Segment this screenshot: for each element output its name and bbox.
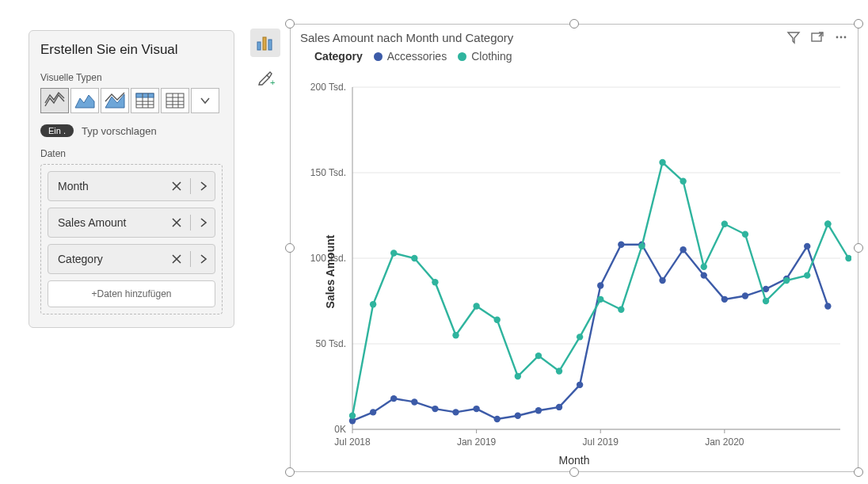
svg-text:200 Tsd.: 200 Tsd. xyxy=(310,82,346,93)
svg-text:+: + xyxy=(270,78,275,87)
focus-mode-icon[interactable] xyxy=(810,30,824,44)
svg-text:Jan 2020: Jan 2020 xyxy=(705,436,744,448)
visual-types-row xyxy=(40,88,223,113)
svg-point-89 xyxy=(659,159,665,166)
paintbrush-icon: + xyxy=(256,68,275,87)
svg-point-96 xyxy=(804,272,810,278)
resize-handle-bl[interactable] xyxy=(285,467,295,477)
divider xyxy=(190,215,191,231)
svg-point-55 xyxy=(452,409,459,415)
remove-field-icon[interactable] xyxy=(171,253,182,265)
chart-visual[interactable]: Sales Amount nach Month und Category Cat… xyxy=(290,24,858,472)
field-pill-sales-amount[interactable]: Sales Amount xyxy=(48,208,215,238)
svg-point-79 xyxy=(452,332,459,338)
svg-rect-20 xyxy=(257,42,261,50)
svg-point-72 xyxy=(804,243,810,250)
svg-point-73 xyxy=(824,303,831,309)
svg-point-27 xyxy=(836,36,839,39)
svg-point-65 xyxy=(659,277,665,284)
svg-point-66 xyxy=(680,246,686,253)
resize-handle-br[interactable] xyxy=(854,467,863,477)
svg-point-78 xyxy=(432,279,438,285)
visual-pane-toolbar: + xyxy=(250,29,282,92)
remove-field-icon[interactable] xyxy=(171,181,182,192)
data-section-label: Daten xyxy=(40,148,223,159)
svg-point-98 xyxy=(824,221,831,227)
svg-point-63 xyxy=(618,242,624,248)
svg-point-81 xyxy=(494,317,501,323)
resize-handle-ml[interactable] xyxy=(285,243,295,253)
divider xyxy=(190,178,191,194)
x-axis-label: Month xyxy=(559,454,590,467)
svg-point-68 xyxy=(721,296,728,303)
svg-text:Jan 2019: Jan 2019 xyxy=(457,436,497,448)
svg-point-51 xyxy=(370,409,376,415)
field-label: Sales Amount xyxy=(58,216,171,229)
matrix-icon xyxy=(165,92,185,109)
visual-type-table[interactable] xyxy=(131,88,159,113)
pill-actions xyxy=(171,178,208,194)
line-chart-icon xyxy=(44,92,65,109)
svg-point-75 xyxy=(370,301,376,307)
format-pane-button[interactable]: + xyxy=(250,63,280,92)
field-menu-icon[interactable] xyxy=(199,217,208,228)
visual-type-area-chart[interactable] xyxy=(70,88,99,113)
more-options-icon[interactable] xyxy=(834,30,848,44)
svg-point-60 xyxy=(556,404,562,410)
table-icon xyxy=(135,92,155,109)
legend-item-accessories[interactable]: Accessories xyxy=(374,50,447,63)
build-panel-title: Erstellen Sie ein Visual xyxy=(40,42,223,58)
field-menu-icon[interactable] xyxy=(199,181,208,192)
svg-point-93 xyxy=(742,231,748,238)
resize-handle-bm[interactable] xyxy=(569,467,579,477)
field-menu-icon[interactable] xyxy=(199,253,208,265)
svg-rect-21 xyxy=(263,37,266,50)
add-data-button[interactable]: +Daten hinzufügen xyxy=(48,280,215,307)
resize-handle-tl[interactable] xyxy=(285,19,295,29)
visual-type-combo-chart[interactable] xyxy=(101,88,129,113)
svg-rect-8 xyxy=(166,93,184,108)
svg-text:0K: 0K xyxy=(334,424,346,435)
y-axis-label: Sales Amount xyxy=(324,235,337,309)
svg-point-95 xyxy=(783,277,790,284)
svg-text:Jul 2018: Jul 2018 xyxy=(334,436,371,448)
visual-type-matrix[interactable] xyxy=(161,88,189,113)
field-pill-category[interactable]: Category xyxy=(48,244,215,274)
field-pill-month[interactable]: Month xyxy=(48,171,215,201)
svg-point-61 xyxy=(577,382,583,388)
resize-handle-tr[interactable] xyxy=(854,19,863,29)
visual-types-label: Visuelle Typen xyxy=(40,72,223,83)
svg-point-67 xyxy=(701,272,707,278)
svg-point-94 xyxy=(763,298,769,304)
svg-point-52 xyxy=(390,395,397,402)
combo-chart-icon xyxy=(105,92,125,109)
visual-type-line-chart[interactable] xyxy=(40,88,69,113)
fields-icon xyxy=(256,34,275,51)
svg-text:50 Tsd.: 50 Tsd. xyxy=(316,338,346,349)
svg-text:150 Tsd.: 150 Tsd. xyxy=(310,167,346,178)
resize-handle-mr[interactable] xyxy=(854,243,863,253)
visual-types-more[interactable] xyxy=(191,88,219,113)
svg-marker-0 xyxy=(75,95,94,108)
pill-actions xyxy=(171,251,208,267)
field-label: Month xyxy=(58,180,171,192)
build-pane-button[interactable] xyxy=(250,29,280,57)
chart-title: Sales Amount nach Month und Category xyxy=(300,31,777,44)
svg-rect-3 xyxy=(136,93,154,97)
suggest-toggle[interactable]: Ein . xyxy=(40,124,74,137)
remove-field-icon[interactable] xyxy=(171,217,182,228)
suggest-row: Ein . Typ vorschlagen xyxy=(40,124,223,137)
data-field-well[interactable]: Month Sales Amount Category +Daten h xyxy=(40,164,223,314)
resize-handle-tm[interactable] xyxy=(569,19,579,29)
legend-item-clothing[interactable]: Clothing xyxy=(458,50,512,63)
svg-rect-25 xyxy=(812,33,821,41)
svg-point-82 xyxy=(515,373,521,379)
chevron-down-icon xyxy=(200,95,211,106)
svg-point-59 xyxy=(535,407,542,413)
svg-point-80 xyxy=(473,303,479,309)
plot-area: Sales Amount Month 0K50 Tsd.100 Tsd.150 … xyxy=(297,78,851,465)
suggest-text: Typ vorschlagen xyxy=(82,125,157,137)
legend: Category Accessories Clothing xyxy=(291,50,858,66)
field-label: Category xyxy=(58,253,171,265)
filter-icon[interactable] xyxy=(786,30,801,44)
